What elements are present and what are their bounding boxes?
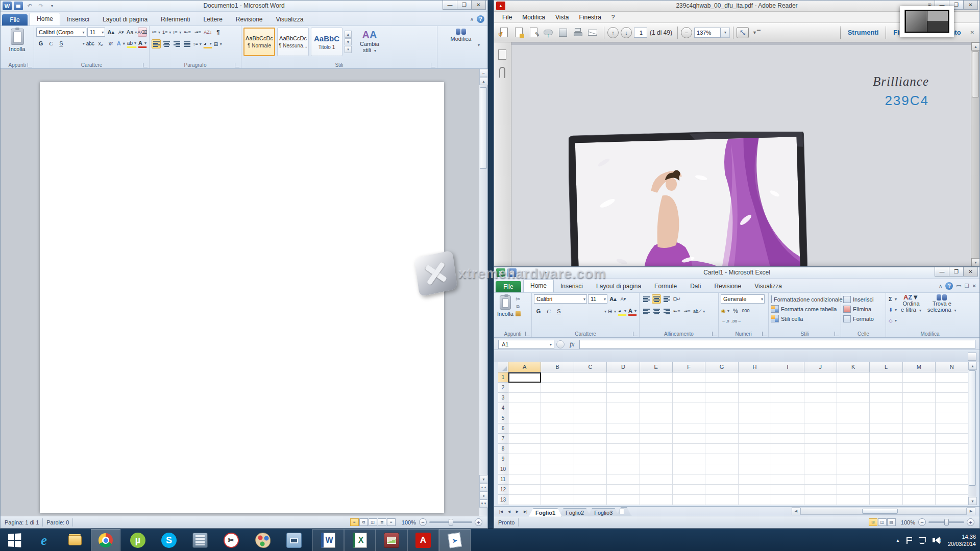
styles-gallery-down-icon[interactable]: ▼ [345, 38, 352, 45]
cut-icon[interactable]: ✂ [516, 296, 521, 303]
sign-document-icon[interactable]: ✎ [527, 27, 540, 39]
column-header[interactable]: I [771, 362, 804, 372]
close-toolbar-icon[interactable]: ✕ [968, 27, 976, 39]
word-file-tab[interactable]: File [2, 14, 28, 26]
scroll-up-icon[interactable]: ▲ [968, 362, 977, 370]
split-handle[interactable] [968, 353, 976, 361]
word-ribbon-tab[interactable]: Home [30, 13, 60, 26]
page-number-input[interactable]: 1 [634, 28, 647, 38]
word-ribbon-tab[interactable]: Lettere [197, 14, 229, 26]
align-center-button[interactable] [652, 307, 661, 316]
display-settings-icon[interactable] [286, 532, 302, 548]
web-layout-view-icon[interactable]: ◫ [369, 518, 377, 526]
action-center-flag-icon[interactable] [906, 537, 912, 544]
journal-taskbar-button[interactable]: ➤ [439, 529, 471, 551]
adobe-menu-item[interactable]: Modifica [517, 12, 550, 22]
snipping-tool-icon[interactable]: ✂ [223, 532, 239, 548]
row-header[interactable]: 6 [498, 423, 508, 434]
styles-gallery-more-icon[interactable]: ▾ [345, 46, 352, 53]
page-indicator[interactable]: Pagina: 1 di 1 [5, 519, 39, 525]
zoom-out-icon[interactable]: − [918, 518, 926, 526]
line-spacing-button[interactable]: ↕≡▾ [192, 39, 202, 48]
excel-ribbon-tab[interactable]: Dati [683, 281, 707, 292]
borders-button[interactable]: ⊞▾ [213, 39, 223, 48]
font-dialog-launcher[interactable] [143, 63, 148, 67]
percent-format-button[interactable]: % [731, 306, 740, 315]
underline-button[interactable]: S [554, 307, 564, 316]
font-dialog-launcher[interactable] [633, 332, 638, 336]
shrink-font-button[interactable]: A▾ [116, 28, 126, 37]
column-header[interactable]: D [607, 362, 640, 372]
show-hidden-icons-icon[interactable]: ▲ [896, 538, 900, 543]
column-header[interactable]: B [541, 362, 574, 372]
hscroll-track[interactable] [800, 508, 967, 515]
sort-filter-button[interactable]: AZ▼ Ordina e filtra ▾ [898, 294, 924, 314]
cloud-upload-icon[interactable]: ↑ [542, 27, 555, 39]
pilcrow-button[interactable]: ¶ [213, 28, 223, 37]
wrap-text-button[interactable]: ⊡↵ [672, 294, 681, 304]
excel-ribbon-tab[interactable]: Formule [648, 281, 683, 292]
editing-button[interactable]: Modifica ▾ [439, 28, 482, 48]
change-styles-button[interactable]: AA Cambia stili ▾ [354, 29, 385, 55]
help-icon[interactable]: ? [477, 15, 484, 23]
adobe-vertical-scrollbar[interactable]: ▲ ▼ [971, 42, 979, 266]
minimize-ribbon-icon[interactable]: ∧ [939, 283, 942, 289]
row-header[interactable]: 11 [498, 474, 508, 485]
decrease-indent-button[interactable]: ⇤≡ [672, 307, 681, 316]
grow-font-button[interactable]: A▴ [608, 294, 618, 304]
format-painter-icon[interactable] [516, 311, 521, 316]
currency-format-button[interactable]: ◉▾ [721, 306, 730, 315]
word-close-button[interactable]: ✕ [471, 1, 486, 10]
find-select-button[interactable]: Trova e seleziona ▾ [925, 294, 959, 314]
word-ribbon-tab[interactable]: Layout di pagina [96, 14, 154, 26]
fill-color-button[interactable]: ◕▾ [618, 307, 627, 316]
fit-window-icon[interactable]: ⤡ [737, 27, 749, 38]
last-sheet-icon[interactable]: ▶| [522, 508, 529, 516]
photo-viewer-taskbar-button[interactable] [376, 529, 407, 551]
word-ribbon-tab[interactable]: Riferimenti [154, 14, 197, 26]
word-ribbon-tab[interactable]: Inserisci [60, 14, 96, 26]
start-button[interactable] [6, 532, 22, 548]
row-header[interactable]: 7 [498, 434, 508, 444]
align-right-button[interactable] [662, 307, 671, 316]
paint-icon[interactable] [255, 532, 271, 548]
next-page-icon[interactable]: ↓ [621, 27, 632, 38]
scroll-up-icon[interactable]: ▲ [971, 42, 979, 51]
zoom-in-icon[interactable]: + [475, 518, 482, 526]
word-vertical-scrollbar[interactable]: ⌐ ▲ ▼ ▲▲ ● ▼▼ [479, 69, 487, 516]
excel-file-tab[interactable]: File [496, 281, 521, 292]
word-document-area[interactable] [1, 69, 487, 516]
page-thumbnails-icon[interactable] [498, 49, 506, 60]
align-center-button[interactable] [162, 39, 171, 48]
number-format-combo[interactable]: Generale▾ [721, 294, 765, 304]
italic-button[interactable]: C [544, 307, 553, 316]
volume-icon[interactable]: ) [933, 537, 941, 544]
row-header[interactable]: 2 [498, 383, 508, 393]
workbook-minimize-icon[interactable]: ▭ [956, 283, 961, 289]
name-box[interactable]: A1▾ [498, 340, 554, 349]
save-icon[interactable] [556, 27, 570, 39]
word-count[interactable]: Parole: 0 [46, 519, 69, 525]
cells-button[interactable]: Formato [843, 314, 884, 323]
row-header[interactable]: 4 [498, 403, 508, 413]
word-taskbar-button[interactable]: W [312, 529, 344, 551]
style-heading1[interactable]: AaBbC Titolo 1 [311, 28, 342, 56]
scroll-thumb[interactable] [972, 52, 979, 97]
row-header[interactable]: 3 [498, 393, 508, 403]
excel-ribbon-tab[interactable]: Home [523, 280, 554, 292]
excel-minimize-button[interactable]: — [935, 267, 949, 277]
borders-button[interactable]: ⊞▾ [607, 307, 617, 316]
zoom-slider[interactable] [928, 521, 964, 523]
cells-button[interactable]: Elimina [843, 304, 884, 314]
zoom-out-icon[interactable]: − [419, 518, 427, 526]
print-layout-view-icon[interactable]: ≡ [350, 518, 359, 526]
font-name-combo[interactable]: Calibri▾ [534, 294, 587, 304]
draft-view-icon[interactable]: ≡ [387, 518, 396, 526]
strikethrough-button[interactable]: abc [86, 39, 95, 48]
column-header[interactable]: H [739, 362, 771, 372]
zoom-out-icon[interactable]: − [681, 27, 692, 38]
row-header[interactable]: 12 [498, 485, 508, 495]
pdf-export-icon[interactable] [512, 27, 525, 39]
excel-ribbon-tab[interactable]: Inserisci [554, 281, 590, 292]
increase-indent-button[interactable]: ⇥≡ [193, 28, 202, 37]
